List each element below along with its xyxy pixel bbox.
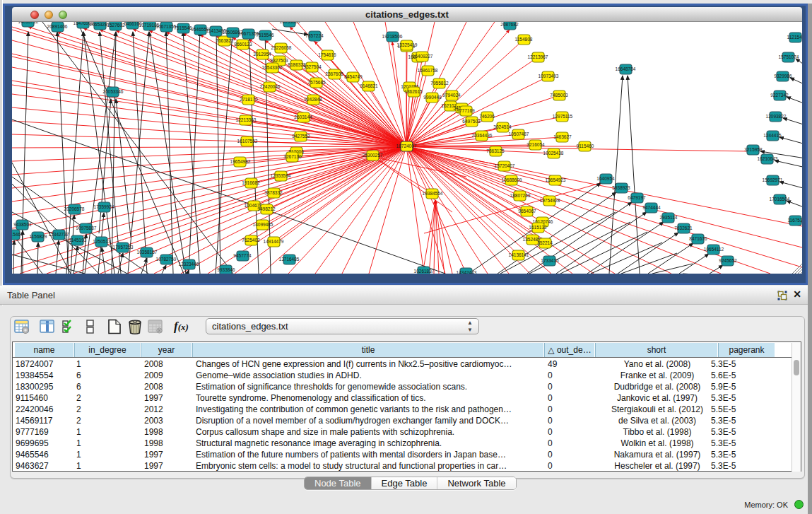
svg-text:17016504: 17016504 [770, 197, 790, 201]
svg-text:116753: 116753 [787, 218, 802, 223]
svg-text:9933846: 9933846 [217, 267, 235, 272]
svg-text:16648784: 16648784 [616, 66, 636, 71]
svg-text:16033809: 16033809 [280, 22, 300, 24]
svg-text:20364436: 20364436 [472, 133, 493, 138]
svg-text:19384554: 19384554 [423, 191, 443, 196]
svg-text:10654112: 10654112 [704, 247, 724, 252]
svg-text:5938923: 5938923 [612, 185, 630, 190]
svg-text:9474444: 9474444 [642, 205, 661, 210]
svg-text:7625402: 7625402 [242, 238, 260, 243]
svg-text:9498212: 9498212 [257, 206, 276, 211]
svg-text:10507487: 10507487 [509, 132, 529, 136]
svg-text:3915467: 3915467 [12, 232, 23, 237]
svg-text:1121549: 1121549 [787, 35, 802, 40]
svg-text:20206578: 20206578 [64, 206, 85, 211]
svg-text:22420046: 22420046 [260, 84, 281, 89]
svg-text:1463627: 1463627 [553, 134, 572, 139]
svg-text:8454749: 8454749 [344, 74, 363, 79]
svg-text:6479197: 6479197 [628, 195, 646, 200]
svg-text:10025438: 10025438 [543, 151, 564, 156]
svg-text:13654923: 13654923 [546, 177, 566, 182]
svg-text:1733416: 1733416 [541, 258, 559, 263]
svg-text:3912954: 3912954 [253, 52, 271, 57]
svg-text:14136141: 14136141 [509, 252, 529, 257]
svg-text:7485003: 7485003 [550, 93, 568, 98]
svg-text:7632621: 7632621 [674, 226, 693, 230]
svg-text:1362615: 1362615 [404, 89, 423, 94]
svg-text:9245652: 9245652 [719, 258, 737, 263]
svg-text:3215958: 3215958 [744, 147, 763, 152]
svg-text:2935114: 2935114 [660, 215, 678, 220]
svg-text:9115460: 9115460 [577, 144, 594, 148]
svg-text:12975115: 12975115 [553, 114, 573, 119]
svg-text:1154808: 1154808 [515, 37, 533, 42]
svg-text:1244415: 1244415 [763, 133, 782, 138]
svg-text:20053346: 20053346 [103, 89, 124, 94]
svg-text:1754616: 1754616 [318, 52, 336, 57]
svg-text:14055712: 14055712 [18, 22, 39, 24]
svg-text:7663822: 7663822 [216, 38, 234, 43]
svg-text:10688609: 10688609 [502, 177, 522, 182]
svg-text:23226058: 23226058 [271, 45, 292, 50]
svg-text:1527602: 1527602 [107, 23, 125, 28]
svg-text:9990448: 9990448 [423, 95, 442, 100]
svg-text:7857224: 7857224 [305, 33, 324, 38]
svg-text:10543302: 10543302 [262, 65, 283, 70]
svg-text:1916682: 1916682 [242, 180, 260, 185]
svg-text:13720407: 13720407 [495, 163, 515, 168]
svg-text:18724007: 18724007 [396, 144, 417, 148]
svg-text:12353594: 12353594 [271, 173, 291, 178]
svg-text:18807249: 18807249 [510, 193, 531, 198]
svg-text:1156829: 1156829 [30, 234, 47, 239]
svg-text:9654067: 9654067 [518, 209, 536, 214]
svg-text:16961758: 16961758 [418, 68, 438, 73]
svg-text:3267130: 3267130 [283, 154, 302, 159]
svg-text:9794024: 9794024 [442, 93, 461, 98]
svg-text:10358167: 10358167 [137, 250, 158, 255]
svg-text:25300257: 25300257 [363, 153, 383, 158]
svg-text:13716485: 13716485 [279, 257, 300, 262]
svg-text:90975887: 90975887 [76, 226, 97, 230]
svg-text:7863125: 7863125 [486, 148, 505, 153]
svg-text:12323446: 12323446 [179, 262, 199, 267]
svg-text:1640954: 1640954 [596, 176, 615, 181]
svg-text:7515546: 7515546 [174, 25, 192, 30]
svg-text:12093822: 12093822 [766, 114, 787, 119]
svg-text:9329986: 9329986 [774, 74, 792, 78]
svg-text:15692971: 15692971 [763, 177, 783, 182]
svg-text:6497503: 6497503 [462, 119, 481, 124]
svg-text:13325419: 13325419 [397, 42, 418, 47]
svg-text:19754928: 19754928 [540, 198, 560, 203]
svg-text:9457774: 9457774 [233, 253, 252, 258]
svg-text:746206: 746206 [479, 114, 495, 119]
svg-text:1250513: 1250513 [93, 239, 111, 244]
svg-text:12213967: 12213967 [528, 54, 548, 59]
svg-text:352214: 352214 [537, 240, 553, 245]
svg-text:8471676: 8471676 [689, 236, 707, 241]
svg-text:9146821: 9146821 [360, 83, 378, 88]
svg-text:1615132: 1615132 [529, 225, 547, 230]
svg-text:12342737: 12342737 [49, 232, 69, 237]
svg-text:9242848: 9242848 [304, 97, 322, 102]
svg-text:19218506: 19218506 [382, 34, 403, 39]
svg-text:9777169: 9777169 [457, 108, 475, 113]
svg-text:9327503: 9327503 [270, 58, 288, 63]
svg-text:9427552: 9427552 [292, 134, 310, 139]
svg-text:1145193: 1145193 [69, 238, 87, 243]
svg-text:15751074: 15751074 [779, 54, 799, 59]
svg-text:9438501: 9438501 [13, 222, 32, 227]
svg-text:12213363: 12213363 [236, 117, 257, 122]
svg-text:2718170: 2718170 [240, 97, 258, 102]
svg-text:7575685: 7575685 [307, 80, 326, 85]
svg-text:7515546: 7515546 [256, 33, 274, 37]
svg-text:2087682: 2087682 [500, 22, 519, 27]
svg-text:9327504: 9327504 [303, 64, 322, 69]
svg-text:3878332: 3878332 [264, 190, 283, 195]
svg-text:8660123: 8660123 [234, 42, 252, 47]
svg-text:17957253: 17957253 [113, 245, 134, 250]
svg-text:16107552: 16107552 [237, 139, 258, 144]
svg-text:3216054: 3216054 [526, 142, 545, 147]
svg-text:14914479: 14914479 [264, 239, 284, 244]
svg-text:2603144: 2603144 [294, 115, 312, 119]
svg-text:14099485: 14099485 [253, 222, 273, 227]
